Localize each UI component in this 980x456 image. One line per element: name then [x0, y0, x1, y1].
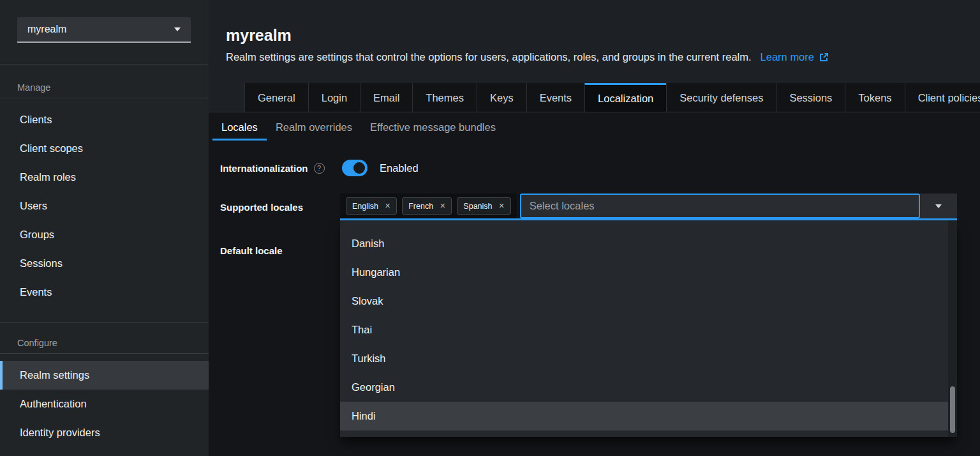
locale-chip-label: Spanish	[463, 202, 492, 211]
nav-section-configure-label: Configure	[17, 337, 57, 349]
internationalization-toggle[interactable]	[342, 160, 368, 176]
locales-dropdown-menu: Danish Hungarian Slovak Thai	[340, 220, 957, 437]
supported-locales-row: Supported locales English ✕ French ✕	[220, 194, 957, 220]
learn-more-link[interactable]: Learn more	[761, 51, 829, 63]
sidebar-item-label: Events	[20, 286, 52, 298]
locale-chip: Spanish ✕	[457, 197, 510, 215]
sidebar-item[interactable]: Users	[0, 192, 209, 220]
locale-chip: French ✕	[402, 197, 452, 215]
sidebar-item-label: Realm roles	[20, 171, 76, 183]
tab[interactable]: General	[244, 83, 308, 112]
locale-option-label: Danish	[352, 238, 384, 250]
chevron-down-icon	[174, 27, 181, 31]
tab-label: Email	[373, 92, 399, 104]
scrollbar-thumb[interactable]	[950, 386, 955, 433]
locale-option-label: Hungarian	[352, 266, 400, 278]
tab-label: Tokens	[858, 92, 891, 104]
sidebar-item-label: Client scopes	[20, 142, 83, 155]
internationalization-label: Internationalization ?	[220, 163, 340, 174]
sidebar-item-label: Sessions	[20, 257, 63, 270]
subtab-label: Locales	[221, 121, 258, 133]
select-locales-input[interactable]	[520, 194, 920, 218]
subtab-label: Effective message bundles	[370, 121, 496, 133]
locale-option[interactable]: Georgian	[340, 373, 948, 402]
sidebar-item[interactable]: Realm roles	[0, 163, 209, 192]
locale-option[interactable]: Danish	[340, 229, 948, 258]
subtab-label: Realm overrides	[276, 121, 352, 133]
tab[interactable]: Login	[308, 83, 360, 112]
sidebar-divider	[0, 353, 209, 354]
sidebar-divider	[0, 98, 209, 98]
page-description-text: Realm settings are settings that control…	[226, 51, 752, 63]
locale-option-label: Georgian	[352, 381, 395, 393]
sidebar-item[interactable]: Authentication	[0, 390, 209, 418]
subtab[interactable]: Realm overrides	[267, 116, 361, 141]
tab-label: Sessions	[789, 92, 832, 104]
locale-option[interactable]: Turkish	[340, 344, 948, 373]
tab[interactable]: Events	[526, 83, 584, 112]
nav-manage: Clients Client scopes Realm roles Users …	[0, 105, 209, 307]
default-locale-row: Default locale	[220, 239, 340, 262]
chip-remove-icon[interactable]: ✕	[385, 202, 390, 210]
dropdown-scrollbar[interactable]	[948, 220, 957, 437]
locale-chip-label: French	[408, 202, 433, 211]
sidebar-item[interactable]: Clients	[0, 105, 209, 134]
locales-dropdown-toggle[interactable]	[920, 194, 957, 218]
tab-label: Login	[322, 92, 347, 104]
tab-label: Events	[540, 92, 572, 104]
tab[interactable]: Sessions	[776, 83, 845, 112]
tab[interactable]: Keys	[477, 83, 526, 112]
page-description: Realm settings are settings that control…	[226, 51, 829, 63]
locale-chip-label: English	[352, 202, 378, 211]
sidebar-item[interactable]: Sessions	[0, 249, 209, 278]
sidebar-item-label: Clients	[20, 114, 52, 126]
locale-option-label: Thai	[352, 324, 372, 336]
sidebar-item[interactable]: Identity providers	[0, 418, 209, 447]
locale-option[interactable]: Hungarian	[340, 258, 948, 287]
toggle-state-label: Enabled	[380, 162, 419, 174]
subtab[interactable]: Effective message bundles	[361, 116, 505, 141]
locale-option[interactable]: Slovak	[340, 287, 948, 315]
chip-remove-icon[interactable]: ✕	[499, 202, 505, 210]
tab-label: Themes	[426, 92, 464, 104]
nav-section-manage-label: Manage	[17, 82, 50, 93]
sidebar-item-label: Realm settings	[20, 369, 89, 381]
default-locale-label: Default locale	[220, 245, 340, 256]
tab[interactable]: Tokens	[845, 83, 904, 112]
realm-selector[interactable]: myrealm	[17, 17, 191, 43]
tab[interactable]: Localization	[584, 83, 666, 112]
supported-locales-input-group: English ✕ French ✕ Spanish ✕	[340, 194, 957, 220]
help-icon[interactable]: ?	[314, 163, 325, 174]
chip-remove-icon[interactable]: ✕	[440, 202, 445, 210]
locale-chip: English ✕	[346, 197, 397, 215]
sidebar-item-label: Groups	[20, 229, 54, 241]
locale-option[interactable]: Hindi	[340, 402, 948, 430]
sidebar-item[interactable]: Groups	[0, 220, 209, 249]
internationalization-row: Internationalization ? Enabled	[220, 153, 419, 183]
sidebar-item[interactable]: Realm settings	[0, 361, 209, 390]
locale-option[interactable]: Thai	[340, 315, 948, 344]
sidebar-divider	[0, 322, 209, 323]
sidebar-item[interactable]: Events	[0, 278, 209, 307]
tab[interactable]: Email	[360, 83, 412, 112]
locale-option-label: Slovak	[352, 295, 383, 307]
locale-option-label: Hindi	[352, 410, 376, 422]
tab-label: General	[258, 92, 295, 104]
nav-configure: Realm settings Authentication Identity p…	[0, 361, 209, 447]
toggle-knob	[353, 162, 365, 174]
tab-label: Localization	[598, 93, 653, 105]
chevron-down-icon	[935, 204, 942, 208]
subtab[interactable]: Locales	[212, 116, 267, 141]
tab[interactable]: Client policies	[905, 83, 980, 112]
sidebar-item-label: Users	[20, 200, 47, 212]
locale-option-label: Turkish	[352, 353, 385, 365]
tab[interactable]: Themes	[412, 83, 477, 112]
sidebar-item[interactable]: Client scopes	[0, 134, 209, 163]
tab[interactable]: Security defenses	[666, 83, 776, 112]
sidebar-item-label: Identity providers	[20, 427, 100, 439]
tab-label: Client policies	[918, 92, 980, 104]
tab-label: Keys	[490, 92, 514, 104]
realm-selector-value: myrealm	[27, 24, 66, 35]
sidebar-divider	[0, 64, 209, 65]
sidebar-item-label: Authentication	[20, 398, 87, 410]
